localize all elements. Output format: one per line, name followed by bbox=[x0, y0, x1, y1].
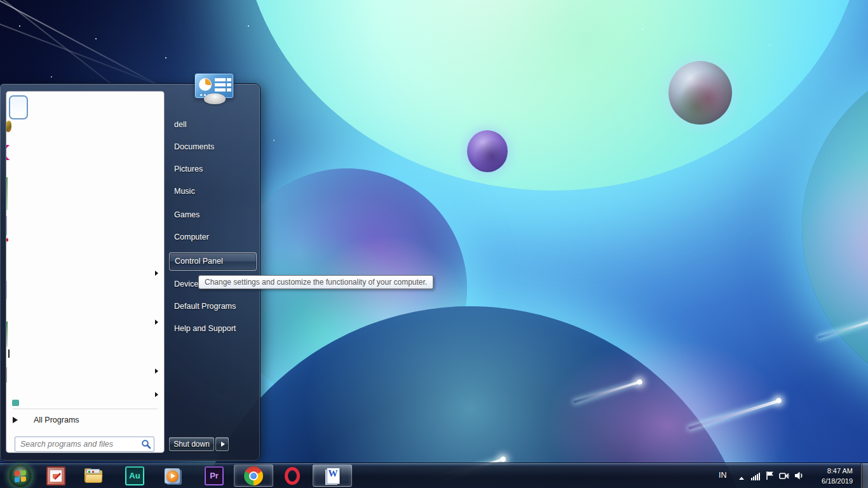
adobe-audition-icon[interactable]: Au bbox=[125, 466, 144, 485]
icon-fragment bbox=[6, 238, 8, 241]
tooltip: Change settings and customize the functi… bbox=[198, 275, 433, 289]
shut-down-options-arrow[interactable] bbox=[215, 437, 229, 451]
small-gray-planet bbox=[668, 61, 732, 125]
icon-fragment bbox=[12, 400, 19, 406]
adobe-premiere-icon[interactable]: Pr bbox=[205, 466, 224, 485]
picture-manager-icon[interactable] bbox=[46, 466, 65, 485]
action-center-flag-icon[interactable] bbox=[766, 471, 775, 483]
star bbox=[51, 76, 52, 78]
slider-rows-glyph bbox=[215, 78, 231, 93]
icon-fragment bbox=[6, 216, 7, 235]
start-menu-item-pictures[interactable]: Pictures bbox=[169, 160, 257, 179]
small-purple-planet bbox=[467, 130, 508, 172]
start-menu-item-control-panel[interactable]: Control Panel bbox=[169, 252, 257, 271]
start-menu-item-computer[interactable]: Computer bbox=[169, 228, 257, 247]
start-menu-item-games[interactable]: Games bbox=[169, 206, 257, 224]
star bbox=[95, 38, 97, 39]
jumplist-arrow-icon[interactable] bbox=[155, 392, 158, 397]
icon-fragment bbox=[6, 367, 7, 383]
start-menu-item-music[interactable]: Music bbox=[169, 182, 257, 201]
google-chrome-icon[interactable] bbox=[244, 466, 263, 485]
search-icon[interactable] bbox=[141, 439, 151, 452]
right-triangle-icon bbox=[13, 417, 18, 423]
jumplist-arrow-icon[interactable] bbox=[155, 320, 158, 325]
show-desktop-button[interactable] bbox=[860, 463, 868, 488]
shut-down-button[interactable]: Shut down bbox=[169, 437, 214, 451]
hidden-icons-chevron-icon[interactable] bbox=[738, 473, 745, 484]
start-menu-item-help-support[interactable]: Help and Support bbox=[169, 320, 257, 338]
start-menu-item-default-programs[interactable]: Default Programs bbox=[169, 297, 257, 316]
separator bbox=[13, 409, 158, 409]
pie-chart-glyph bbox=[199, 78, 212, 91]
windows-media-player-icon[interactable] bbox=[163, 466, 182, 485]
network-signal-icon[interactable] bbox=[751, 471, 761, 483]
star bbox=[769, 44, 770, 46]
power-plug-icon[interactable] bbox=[779, 471, 790, 483]
search-box bbox=[15, 437, 154, 452]
windows-flag-icon bbox=[15, 471, 20, 477]
icon-fragment bbox=[9, 95, 28, 119]
icon-fragment bbox=[6, 177, 8, 210]
star bbox=[165, 57, 166, 58]
jumplist-arrow-icon[interactable] bbox=[155, 369, 158, 374]
clock-date: 6/18/2019 bbox=[813, 476, 853, 486]
star bbox=[19, 25, 20, 27]
star bbox=[273, 140, 275, 141]
start-button[interactable] bbox=[9, 464, 32, 487]
windows-explorer-icon[interactable] bbox=[84, 466, 103, 485]
start-menu-program-list: All Programs bbox=[6, 91, 165, 453]
icon-fragment bbox=[6, 281, 7, 299]
start-menu: All Programs dell Documents Pictures Mus… bbox=[0, 83, 261, 461]
all-programs-button[interactable]: All Programs bbox=[6, 411, 164, 429]
volume-speaker-icon[interactable] bbox=[794, 471, 804, 483]
jumplist-arrow-icon[interactable] bbox=[155, 271, 158, 276]
microsoft-word-icon[interactable]: W bbox=[323, 466, 342, 485]
desktop: All Programs dell Documents Pictures Mus… bbox=[0, 0, 868, 488]
icon-fragment bbox=[6, 145, 13, 160]
star bbox=[642, 29, 643, 30]
start-menu-item-user[interactable]: dell bbox=[169, 116, 257, 134]
taskbar-clock[interactable]: 8:47 AM 6/18/2019 bbox=[813, 466, 853, 486]
icon-fragment bbox=[8, 349, 10, 358]
cloud-shape bbox=[204, 93, 226, 104]
language-indicator[interactable]: IN bbox=[719, 471, 727, 480]
star bbox=[248, 25, 249, 27]
dots-glyph bbox=[200, 94, 202, 96]
control-panel-icon bbox=[194, 73, 234, 98]
start-menu-item-documents[interactable]: Documents bbox=[169, 138, 257, 156]
taskbar: Au Pr W IN bbox=[0, 463, 868, 488]
icon-fragment bbox=[6, 121, 11, 132]
all-programs-label: All Programs bbox=[34, 411, 79, 429]
opera-icon[interactable] bbox=[283, 466, 302, 485]
search-input[interactable] bbox=[15, 437, 154, 452]
clock-time: 8:47 AM bbox=[813, 466, 853, 476]
icon-fragment bbox=[6, 322, 8, 347]
